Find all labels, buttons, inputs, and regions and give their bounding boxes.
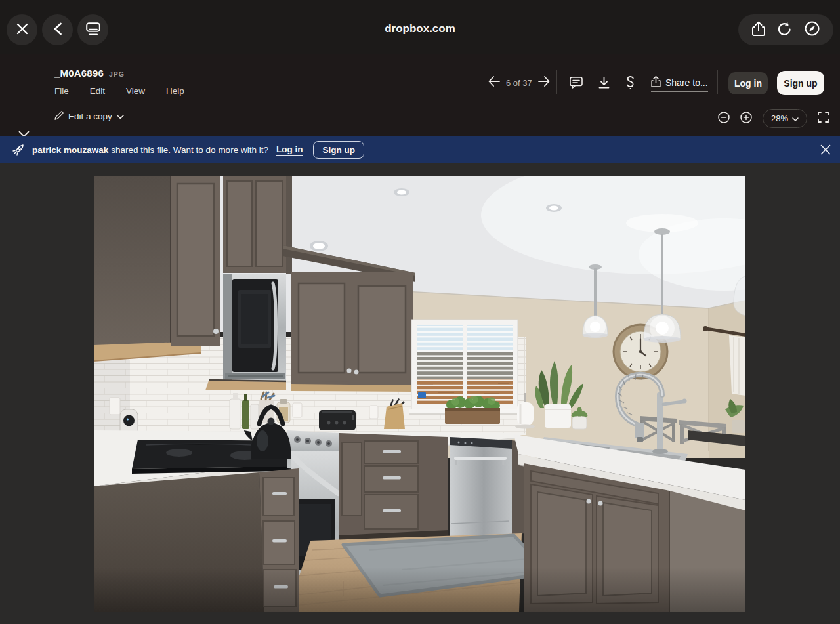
shared-file-banner: patrick mouzawak shared this file. Want … <box>0 136 840 163</box>
page-count: 6 of 37 <box>506 78 532 88</box>
browser-actions <box>738 14 833 45</box>
menu-file[interactable]: File <box>54 86 69 96</box>
comment-icon[interactable] <box>570 77 583 91</box>
drawer-stack <box>364 441 418 529</box>
planter-box <box>445 396 500 424</box>
share-to-label: Share to... <box>665 77 708 88</box>
address-bar[interactable]: dropbox.com <box>0 22 840 35</box>
ipad-screen: 11:31PM Sat Feb 14 39% dropbox.com <box>0 0 840 624</box>
zoom-in-icon[interactable] <box>740 112 752 126</box>
next-file-button[interactable] <box>538 76 550 89</box>
share-to-button[interactable]: Share to... <box>651 76 708 92</box>
log-in-button[interactable]: Log in <box>728 72 768 94</box>
divider <box>556 70 557 94</box>
pencil-icon <box>54 111 64 122</box>
chevron-down-icon <box>792 114 799 123</box>
dishwasher <box>450 437 512 541</box>
photo-vignette <box>94 567 746 612</box>
share-icon[interactable] <box>752 21 765 39</box>
edit-a-copy-button[interactable]: Edit a copy <box>54 111 124 122</box>
file-title: _M0A6896JPG <box>54 68 125 79</box>
chevron-down-icon <box>117 112 124 121</box>
fullscreen-icon[interactable] <box>818 112 829 125</box>
pagination: 6 of 37 <box>488 76 550 89</box>
browser-toolbar: dropbox.com <box>0 0 840 54</box>
adt-sticker <box>418 392 426 398</box>
menu-edit[interactable]: Edit <box>90 86 105 96</box>
divider <box>717 70 718 94</box>
banner-sign-up-button[interactable]: Sign up <box>313 141 364 159</box>
rocket-icon <box>12 144 24 156</box>
previous-file-button[interactable] <box>488 76 500 89</box>
kitchen-photo-art <box>94 176 746 612</box>
base-cabinets <box>339 433 524 545</box>
banner-user: patrick mouzawak <box>32 145 108 155</box>
download-icon[interactable] <box>598 77 610 91</box>
menu-view[interactable]: View <box>126 86 145 96</box>
zoom-level-value: 28% <box>771 114 788 123</box>
edit-a-copy-label: Edit a copy <box>68 112 112 121</box>
zoom-controls: 28% <box>718 109 829 128</box>
zoom-level-dropdown[interactable]: 28% <box>763 109 807 128</box>
kitchen-photo: Kitchen with dark taupe shaker cabinets,… <box>94 176 746 612</box>
file-actions: Share to... <box>570 76 708 92</box>
refresh-icon[interactable] <box>777 21 792 39</box>
banner-message: shared this file. Want to do more with i… <box>111 145 268 155</box>
sign-up-button[interactable]: Sign up <box>777 71 824 95</box>
link-icon[interactable] <box>625 76 635 92</box>
toaster <box>319 410 356 430</box>
zoom-out-icon[interactable] <box>718 112 730 126</box>
menu-bar: File Edit View Help <box>54 86 184 96</box>
file-name: _M0A6896 <box>54 68 104 79</box>
dropbox-preview-header: _M0A6896JPG File Edit View Help Edit a c… <box>0 54 840 136</box>
banner-log-in-link[interactable]: Log in <box>276 144 303 156</box>
compass-icon[interactable] <box>805 21 820 39</box>
preview-canvas: Kitchen with dark taupe shaker cabinets,… <box>0 163 840 624</box>
share-to-icon <box>651 76 661 89</box>
banner-close-icon[interactable] <box>820 144 831 157</box>
file-extension: JPG <box>109 70 125 78</box>
menu-help[interactable]: Help <box>166 86 184 96</box>
